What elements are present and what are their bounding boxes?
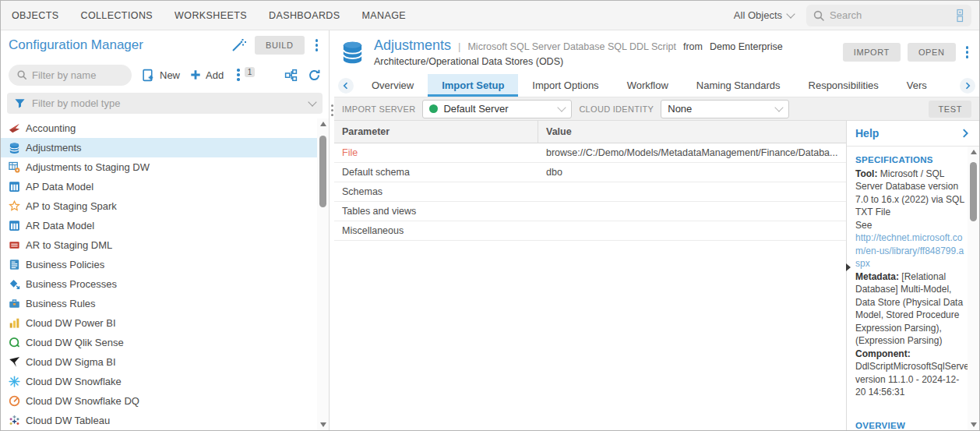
tab-naming-standards[interactable]: Naming Standards [682, 74, 795, 97]
tab-import-options[interactable]: Import Options [518, 74, 612, 97]
scrollbar-thumb[interactable] [319, 136, 326, 207]
tab-workflow[interactable]: Workflow [613, 74, 682, 97]
powerbi-icon [8, 317, 20, 329]
tab-responsibilities[interactable]: Responsibilities [795, 74, 893, 97]
scrollbar-thumb[interactable] [970, 162, 977, 221]
help-paragraph-tool: Tool: Microsoft / SQL Server Database ve… [855, 168, 965, 219]
build-button[interactable]: BUILD [255, 36, 304, 55]
scroll-down-arrow[interactable] [968, 419, 979, 430]
sidebar-item-cloud-dw-sigma-bi[interactable]: Cloud DW Sigma BI [1, 352, 317, 372]
scroll-up-arrow[interactable] [968, 147, 979, 157]
table-row-miscellaneous[interactable]: Miscellaneous [334, 221, 846, 241]
new-button[interactable]: New [142, 69, 180, 82]
panel-splitter[interactable] [329, 30, 334, 430]
sidebar-item-cloud-dw-tableau[interactable]: Cloud DW Tableau [1, 411, 317, 430]
sidebar-item-adjustments[interactable]: Adjustments [1, 138, 317, 157]
parameter-cell: Default schema [334, 167, 538, 178]
sidebar-item-ap-to-staging-spark[interactable]: AP to Staging Spark [1, 196, 317, 216]
open-button[interactable]: OPEN [908, 43, 956, 62]
sidebar-item-cloud-dw-power-bi[interactable]: Cloud DW Power BI [1, 313, 317, 333]
chevron-right-icon[interactable] [960, 128, 971, 139]
tabs-scroll-left[interactable] [334, 74, 358, 97]
table-row-default-schema[interactable]: Default schemadbo [334, 163, 846, 182]
import-server-label: IMPORT SERVER [342, 104, 415, 114]
sidebar-item-cloud-dw-qlik-sense[interactable]: Cloud DW Qlik Sense [1, 333, 317, 352]
top-nav-bar: OBJECTSCOLLECTIONSWORKSHEETSDASHBOARDSMA… [1, 1, 979, 30]
tab-vers[interactable]: Vers [893, 74, 941, 97]
sidebar-item-ar-to-staging-dml[interactable]: AR to Staging DML [1, 235, 317, 255]
cloud-identity-select[interactable]: None [661, 100, 789, 118]
tabs: OverviewImport SetupImport OptionsWorkfl… [358, 74, 956, 97]
sidebar-item-label: Cloud DW Snowflake DQ [26, 395, 139, 407]
column-header-value: Value [538, 126, 846, 137]
sidebar-item-label: Business Rules [26, 298, 96, 309]
object-type: Microsoft SQL Server Database SQL DDL Sc… [467, 41, 675, 52]
help-section-heading-overview[interactable]: OVERVIEW [855, 399, 965, 431]
column-header-parameter: Parameter [334, 121, 538, 143]
dml-file-icon [8, 239, 20, 251]
table-row-tables-and-views[interactable]: Tables and views [334, 202, 846, 221]
table-row-schemas[interactable]: Schemas [334, 182, 846, 202]
refresh-icon[interactable] [308, 69, 321, 82]
filter-by-name-input[interactable] [32, 69, 124, 81]
menu-objects[interactable]: OBJECTS [12, 10, 58, 21]
sidebar-item-business-policies[interactable]: Business Policies [1, 255, 317, 274]
help-paragraph-metadata: Metadata: [Relational Database] Multi-Mo… [855, 270, 965, 348]
search-options-icon[interactable] [954, 9, 965, 23]
magic-wand-icon[interactable] [231, 37, 247, 53]
table-header-row: Parameter Value [334, 121, 846, 143]
tableau-icon [8, 415, 20, 426]
sidebar-item-business-rules[interactable]: Business Rules [1, 294, 317, 313]
scroll-down-arrow[interactable] [317, 419, 329, 430]
tab-overview[interactable]: Overview [358, 74, 428, 97]
menu-worksheets[interactable]: WORKSHEETS [174, 10, 247, 21]
sidebar-item-accounting[interactable]: Accounting [1, 118, 317, 138]
sidebar-item-ar-data-model[interactable]: AR Data Model [1, 216, 317, 235]
filter-by-model-type-dropdown[interactable]: Filter by model type [7, 93, 323, 114]
hierarchy-view-icon[interactable] [284, 69, 298, 82]
object-kebab-menu-icon[interactable] [963, 44, 972, 60]
sidebar-item-adjustments-to-staging-dw[interactable]: Adjustments to Staging DW [1, 157, 317, 177]
menu-manage[interactable]: MANAGE [362, 10, 407, 21]
sidebar-item-cloud-dw-snowflake-dq[interactable]: Cloud DW Snowflake DQ [1, 391, 317, 411]
table-row-file[interactable]: Filebrowse://C:/Demo/Models/MetadataMana… [334, 143, 846, 163]
import-server-value: Default Server [443, 103, 508, 115]
sidebar-item-label: Cloud DW Qlik Sense [26, 337, 124, 348]
help-collapse-handle[interactable] [846, 263, 851, 271]
tabs-scroll-right[interactable] [956, 74, 979, 97]
sidebar-kebab-menu-icon[interactable] [312, 37, 322, 53]
menu-dashboards[interactable]: DASHBOARDS [269, 10, 340, 21]
list-actions-menu[interactable]: 1 [234, 67, 255, 83]
import-button[interactable]: IMPORT [843, 43, 901, 62]
accounting-icon [8, 122, 20, 134]
sidebar-item-cloud-dw-snowflake[interactable]: Cloud DW Snowflake [1, 372, 317, 391]
sidebar-item-label: Adjustments to Staging DW [26, 161, 150, 173]
import-server-select[interactable]: Default Server [422, 100, 572, 118]
sidebar-scrollbar[interactable] [317, 118, 329, 430]
chevron-down-icon [558, 103, 566, 111]
sidebar-item-label: AP to Staging Spark [26, 200, 117, 212]
objects-scope-label: All Objects [734, 9, 782, 21]
sidebar-item-business-processes[interactable]: Business Processes [1, 274, 317, 294]
objects-scope-dropdown[interactable]: All Objects [734, 9, 794, 21]
configuration-sidebar: Configuration Manager BUILD [1, 30, 329, 430]
snowflake-icon [8, 376, 20, 387]
briefcase-icon [8, 298, 20, 309]
menu-collections[interactable]: COLLECTIONS [80, 10, 153, 21]
sidebar-item-ap-data-model[interactable]: AP Data Model [1, 177, 317, 196]
sidebar-item-label: Cloud DW Tableau [26, 415, 110, 426]
app-window: OBJECTSCOLLECTIONSWORKSHEETSDASHBOARDSMA… [0, 0, 980, 431]
filter-by-name-box [9, 65, 132, 86]
tab-import-setup[interactable]: Import Setup [428, 74, 518, 97]
help-link[interactable]: http://technet.microsoft.com/en-us/libra… [855, 232, 964, 269]
chevron-down-icon [308, 97, 316, 106]
add-button[interactable]: Add [190, 69, 224, 81]
value-cell: dbo [538, 167, 846, 178]
help-scrollbar[interactable] [968, 147, 979, 430]
test-button[interactable]: TEST [929, 101, 971, 118]
object-source: Demo Enterprise [710, 41, 783, 52]
scroll-up-arrow[interactable] [317, 118, 329, 129]
help-header: Help [847, 121, 979, 147]
object-title-block: Adjustments | Microsoft SQL Server Datab… [374, 37, 834, 67]
search-input[interactable] [830, 9, 950, 21]
